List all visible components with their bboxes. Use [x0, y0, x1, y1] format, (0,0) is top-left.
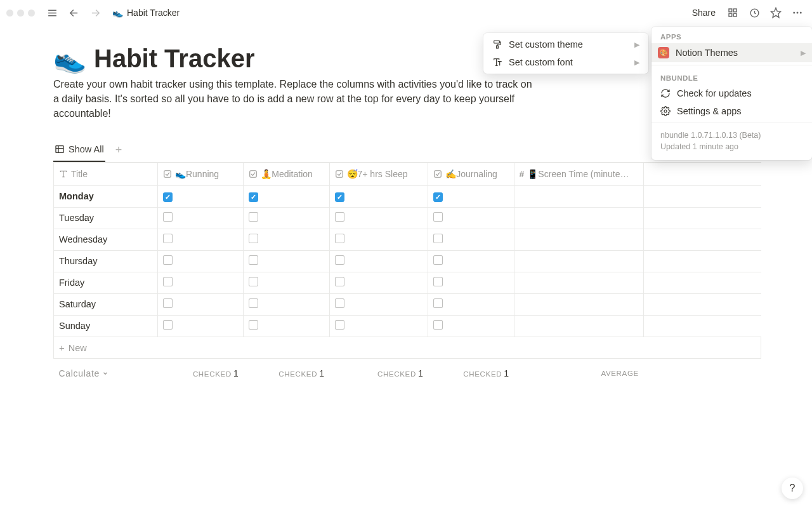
new-row[interactable]: +New — [54, 337, 761, 358]
row-title-cell[interactable]: Thursday — [54, 250, 158, 272]
breadcrumb[interactable]: 👟 Habit Tracker — [108, 6, 183, 19]
view-all-icon[interactable] — [724, 4, 741, 21]
checkbox[interactable] — [433, 255, 443, 265]
row-title-cell[interactable]: Tuesday — [54, 207, 158, 229]
column-header-meditation[interactable]: 🧘Meditation — [244, 163, 329, 185]
menu-item-check-updates[interactable]: Check for updates — [654, 84, 809, 102]
table-row[interactable]: Friday — [54, 272, 761, 293]
screen-time-cell[interactable] — [514, 315, 644, 337]
checkbox[interactable] — [433, 212, 443, 222]
checkbox[interactable] — [249, 298, 258, 308]
checkbox[interactable] — [249, 192, 258, 202]
breadcrumb-title: Habit Tracker — [127, 8, 180, 18]
page-title[interactable]: Habit Tracker — [94, 44, 254, 73]
checkbox[interactable] — [163, 277, 173, 286]
hamburger-icon[interactable] — [44, 4, 60, 21]
checkbox[interactable] — [335, 234, 344, 243]
checkbox[interactable] — [335, 298, 344, 308]
checkbox[interactable] — [335, 277, 344, 286]
view-tab-show-all[interactable]: Show All — [53, 139, 105, 162]
menu-item-settings-apps[interactable]: Settings & apps — [654, 102, 809, 120]
row-title-cell[interactable]: Wednesday — [54, 229, 158, 250]
checkbox[interactable] — [163, 212, 173, 222]
checkbox[interactable] — [163, 255, 173, 265]
checkbox[interactable] — [249, 212, 258, 222]
forward-icon[interactable] — [87, 4, 103, 21]
checkbox[interactable] — [163, 320, 173, 330]
checkbox[interactable] — [433, 320, 443, 330]
checkbox[interactable] — [335, 255, 344, 265]
column-header-sleep[interactable]: 😴7+ hrs Sleep — [329, 163, 428, 185]
checkbox-cell — [329, 272, 428, 293]
checkbox[interactable] — [433, 192, 443, 202]
screen-time-cell[interactable] — [514, 272, 644, 293]
window-traffic-lights — [6, 10, 35, 17]
add-view-button[interactable]: + — [112, 144, 126, 157]
checkbox-cell — [157, 207, 243, 229]
checkbox[interactable] — [335, 320, 344, 330]
star-icon[interactable] — [768, 4, 784, 21]
paint-roller-icon — [492, 39, 502, 50]
screen-time-cell[interactable] — [514, 293, 644, 315]
help-button[interactable]: ? — [782, 478, 803, 499]
column-header-screen-time[interactable]: #📱Screen Time (minute… — [514, 163, 644, 185]
checkbox[interactable] — [163, 298, 173, 308]
more-icon[interactable] — [789, 4, 806, 21]
svg-rect-21 — [336, 171, 343, 178]
column-add[interactable] — [644, 163, 761, 185]
table-row[interactable]: Wednesday — [54, 229, 761, 250]
notion-themes-icon: 🎨 — [658, 47, 669, 58]
share-button[interactable]: Share — [688, 6, 719, 20]
checkbox[interactable] — [249, 255, 258, 265]
svg-rect-19 — [164, 171, 171, 178]
checkbox[interactable] — [433, 234, 443, 243]
checkbox-cell — [244, 315, 329, 337]
checkbox[interactable] — [433, 277, 443, 286]
table-row[interactable]: Monday — [54, 185, 761, 207]
submenu-popover: Set custom theme ▶ Set custom font ▶ — [483, 33, 648, 74]
page-description[interactable]: Create your own habit tracker using this… — [53, 77, 535, 121]
screen-time-cell[interactable] — [514, 229, 644, 250]
table-row[interactable]: Thursday — [54, 250, 761, 272]
column-header-journaling[interactable]: ✍️Journaling — [428, 163, 514, 185]
row-title-cell[interactable]: Sunday — [54, 315, 158, 337]
updates-icon[interactable] — [746, 4, 763, 21]
screen-time-cell[interactable] — [514, 185, 644, 207]
checkbox[interactable] — [249, 234, 258, 243]
menu-item-set-theme[interactable]: Set custom theme ▶ — [486, 36, 646, 53]
row-title-cell[interactable]: Saturday — [54, 293, 158, 315]
checkbox-cell — [428, 250, 514, 272]
screen-time-cell[interactable] — [514, 250, 644, 272]
checkbox[interactable] — [433, 298, 443, 308]
checkbox-cell — [244, 185, 329, 207]
svg-marker-10 — [771, 8, 781, 18]
column-header-running[interactable]: 👟Running — [157, 163, 243, 185]
svg-point-11 — [793, 12, 795, 14]
checkbox-cell — [428, 315, 514, 337]
table-footer: Calculate Checked1 Checked1 Checked1 Che… — [54, 358, 761, 380]
topbar: 👟 Habit Tracker Share — [0, 0, 812, 25]
checkbox-cell — [329, 229, 428, 250]
breadcrumb-emoji: 👟 — [112, 8, 123, 18]
checkbox-cell — [244, 250, 329, 272]
chevron-right-icon: ▶ — [634, 41, 639, 49]
table-row[interactable]: Tuesday — [54, 207, 761, 229]
checkbox[interactable] — [249, 277, 258, 286]
page-icon[interactable]: 👟 — [53, 46, 86, 72]
checkbox[interactable] — [163, 234, 173, 243]
back-icon[interactable] — [65, 4, 82, 21]
checkbox[interactable] — [163, 192, 173, 202]
checkbox[interactable] — [335, 192, 344, 202]
calculate-button[interactable]: Calculate — [59, 368, 153, 378]
menu-item-notion-themes[interactable]: 🎨 Notion Themes ▶ — [652, 43, 812, 62]
checkbox[interactable] — [249, 320, 258, 330]
svg-rect-6 — [733, 9, 737, 12]
row-title-cell[interactable]: Monday — [54, 185, 158, 207]
table-row[interactable]: Sunday — [54, 315, 761, 337]
screen-time-cell[interactable] — [514, 207, 644, 229]
table-row[interactable]: Saturday — [54, 293, 761, 315]
column-header-title[interactable]: Title — [54, 163, 158, 185]
checkbox[interactable] — [335, 212, 344, 222]
row-title-cell[interactable]: Friday — [54, 272, 158, 293]
menu-item-set-font[interactable]: Set custom font ▶ — [486, 53, 646, 71]
